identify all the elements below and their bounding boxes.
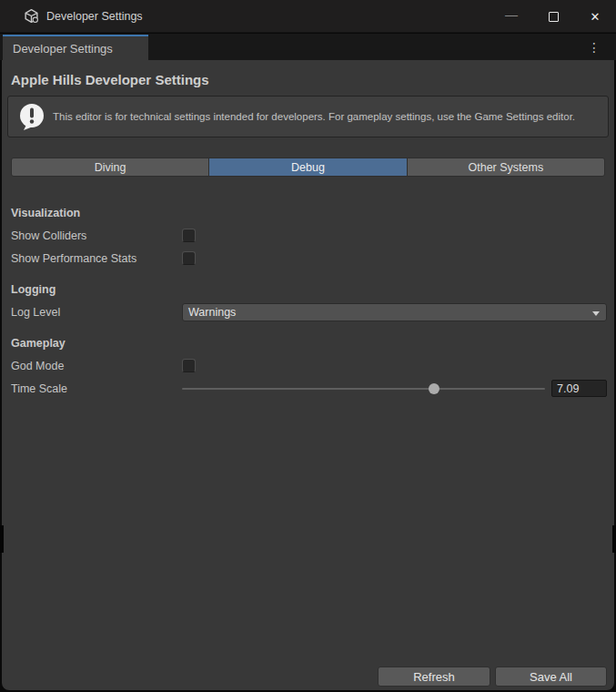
tab-other-systems-label: Other Systems (468, 161, 543, 174)
window-title: Developer Settings (46, 10, 143, 23)
time-scale-label: Time Scale (11, 382, 182, 395)
tab-other-systems[interactable]: Other Systems (408, 158, 604, 176)
log-level-value: Warnings (188, 306, 236, 319)
show-performance-stats-checkbox[interactable] (182, 251, 196, 265)
exclamation-bubble-icon (17, 102, 46, 131)
tab-diving[interactable]: Diving (12, 158, 209, 176)
save-all-button[interactable]: Save All (495, 667, 607, 687)
close-icon: ✕ (591, 10, 601, 24)
tab-debug-label: Debug (291, 161, 325, 174)
save-all-button-label: Save All (530, 670, 572, 684)
editor-tabbar: Developer Settings ⋮ (0, 34, 616, 60)
show-colliders-checkbox[interactable] (182, 229, 196, 242)
refresh-button[interactable]: Refresh (378, 667, 490, 687)
section-title-gameplay: Gameplay (11, 336, 614, 351)
helpbox-text: This editor is for technical settings in… (53, 110, 575, 124)
row-time-scale: Time Scale 7.09 (11, 379, 607, 398)
time-scale-slider-handle[interactable] (429, 383, 439, 394)
time-scale-slider[interactable] (182, 379, 545, 398)
kebab-menu-icon: ⋮ (588, 40, 601, 55)
section-title-logging: Logging (11, 282, 614, 297)
time-scale-value: 7.09 (557, 382, 579, 395)
page-title: Apple Hills Developer Settings (11, 72, 605, 87)
tab-developer-settings[interactable]: Developer Settings (3, 35, 148, 60)
row-god-mode: God Mode (11, 356, 607, 375)
section-title-visualization: Visualization (11, 206, 614, 220)
log-level-label: Log Level (11, 306, 182, 319)
footer-button-row: Refresh Save All (378, 667, 607, 687)
minimize-icon: — (505, 10, 518, 19)
god-mode-checkbox[interactable] (182, 359, 196, 372)
chevron-down-icon (592, 311, 600, 316)
minimize-button[interactable]: — (490, 0, 532, 33)
show-colliders-label: Show Colliders (11, 229, 182, 242)
window-edge-notch-right (612, 525, 616, 553)
titlebar[interactable]: Developer Settings — ✕ (0, 0, 616, 33)
time-scale-value-field[interactable]: 7.09 (551, 380, 607, 397)
developer-settings-window: Developer Settings — ✕ Developer Setting… (0, 0, 616, 692)
refresh-button-label: Refresh (413, 670, 455, 684)
log-level-dropdown[interactable]: Warnings (182, 303, 607, 321)
window-controls: — ✕ (490, 0, 616, 33)
maximize-button[interactable] (532, 0, 574, 33)
info-helpbox: This editor is for technical settings in… (7, 96, 609, 137)
window-edge-notch-left (0, 525, 4, 553)
tab-label: Developer Settings (13, 42, 113, 56)
row-log-level: Log Level Warnings (11, 302, 607, 321)
row-show-performance-stats: Show Performance Stats (11, 249, 607, 268)
show-performance-stats-label: Show Performance Stats (11, 252, 182, 265)
unity-app-icon (24, 8, 39, 24)
tab-menu-button[interactable]: ⋮ (585, 36, 603, 58)
content-panel: Apple Hills Developer Settings This edit… (2, 60, 614, 690)
tab-debug[interactable]: Debug (209, 158, 407, 176)
slider-track (182, 388, 545, 390)
close-button[interactable]: ✕ (574, 0, 616, 33)
tab-diving-label: Diving (95, 161, 126, 174)
row-show-colliders: Show Colliders (11, 226, 607, 245)
category-toolbar: Diving Debug Other Systems (11, 158, 605, 177)
god-mode-label: God Mode (11, 360, 182, 372)
maximize-icon (549, 12, 559, 22)
